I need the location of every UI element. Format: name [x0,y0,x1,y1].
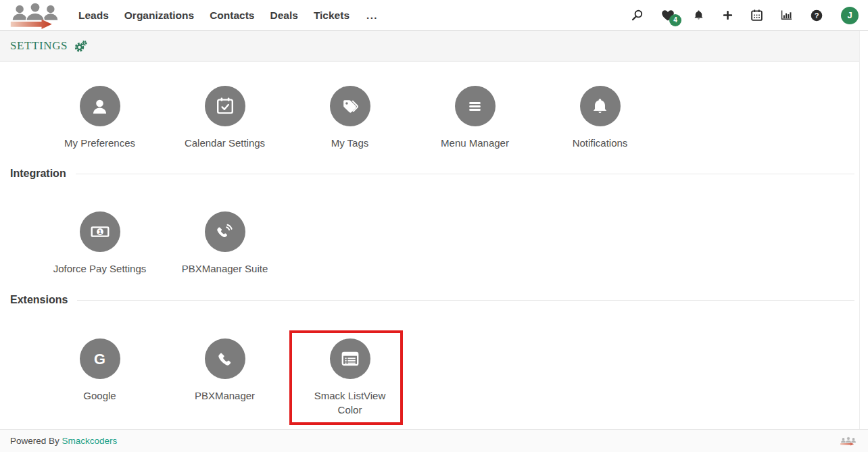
tile-notifications[interactable]: Notifications [537,86,662,150]
tile-label: My Tags [331,136,369,150]
settings-breadcrumb-bar: SETTINGS [0,31,868,61]
tile-label: Notifications [573,136,628,150]
section-divider [77,300,854,301]
tile-google[interactable]: G Google [37,338,162,417]
tile-label: Menu Manager [441,136,509,150]
footer: Powered By Smackcoders [0,429,868,452]
search-icon[interactable] [631,9,643,21]
help-icon[interactable]: ? [811,9,823,22]
tile-my-preferences[interactable]: My Preferences [37,86,162,150]
tile-pbxmanager[interactable]: PBXManager [162,338,287,417]
nav-item-contacts[interactable]: Contacts [210,9,254,22]
tile-my-tags[interactable]: My Tags [287,86,412,150]
tags-icon [341,97,359,116]
section-divider [76,174,854,174]
section-title: Extensions [10,294,68,306]
general-settings-row: My Preferences Calendar Settings [0,86,868,150]
svg-text:?: ? [815,11,819,20]
section-header-integration: Integration [0,168,868,180]
section-title: Integration [10,168,66,180]
tile-label: Google [83,388,116,403]
bell-icon [591,97,609,116]
powered-by-text: Powered By [10,436,59,446]
tile-menu-manager[interactable]: Menu Manager [412,86,537,150]
notification-count-badge: 4 [669,14,681,26]
tile-label: Joforce Pay Settings [53,261,147,276]
user-icon [91,97,109,116]
joforce-logo[interactable] [4,2,66,29]
footer-brand-icon [838,432,859,450]
smackcoders-link[interactable]: Smackcoders [62,436,118,446]
calendar-icon[interactable] [751,9,763,21]
tile-pbxmanager-suite[interactable]: PBXManager Suite [162,211,287,276]
nav-actions: 4 [631,7,859,24]
phone-icon [216,350,234,368]
integration-row: 1 Joforce Pay Settings PBXManager Suite [0,211,868,276]
nav-item-organizations[interactable]: Organizations [124,9,194,22]
tile-label: Smack ListView Color [312,388,388,417]
favorites-heart-icon[interactable]: 4 [661,9,675,22]
powered-by: Powered By Smackcoders [10,436,117,446]
tile-label: PBXManager Suite [182,261,268,276]
phone-volume-icon [216,223,234,241]
quick-add-plus-icon[interactable] [723,10,733,20]
list-alt-icon [341,349,360,368]
gears-icon [74,40,87,53]
tile-joforce-pay-settings[interactable]: 1 Joforce Pay Settings [37,211,162,276]
google-g-icon: G [91,350,109,368]
vertical-scrollbar[interactable] [859,31,868,429]
page-title: SETTINGS [10,39,68,53]
reports-chart-icon[interactable] [781,10,792,20]
user-avatar[interactable]: J [841,7,859,24]
menu-icon [466,97,484,116]
calendar-check-icon [216,97,234,115]
main-menu: Leads Organizations Contacts Deals Ticke… [78,9,378,22]
nav-item-tickets[interactable]: Tickets [314,9,349,22]
nav-item-leads[interactable]: Leads [78,9,109,22]
nav-item-deals[interactable]: Deals [270,9,298,22]
tile-calendar-settings[interactable]: Calendar Settings [162,86,287,150]
tile-label: PBXManager [195,388,255,403]
tile-label: Calendar Settings [185,136,265,150]
settings-content: My Preferences Calendar Settings [0,61,868,429]
extensions-row: G Google PBXManager [0,338,868,417]
more-menu-icon[interactable]: ... [366,9,378,21]
section-header-extensions: Extensions [0,294,868,306]
svg-text:G: G [94,351,105,368]
tile-smack-listview-color[interactable]: Smack ListView Color [287,338,412,417]
top-navbar: Leads Organizations Contacts Deals Ticke… [0,0,868,31]
tile-label: My Preferences [64,136,135,150]
money-bill-icon: 1 [91,222,110,241]
svg-text:1: 1 [98,228,101,235]
notifications-bell-icon[interactable] [693,9,704,21]
